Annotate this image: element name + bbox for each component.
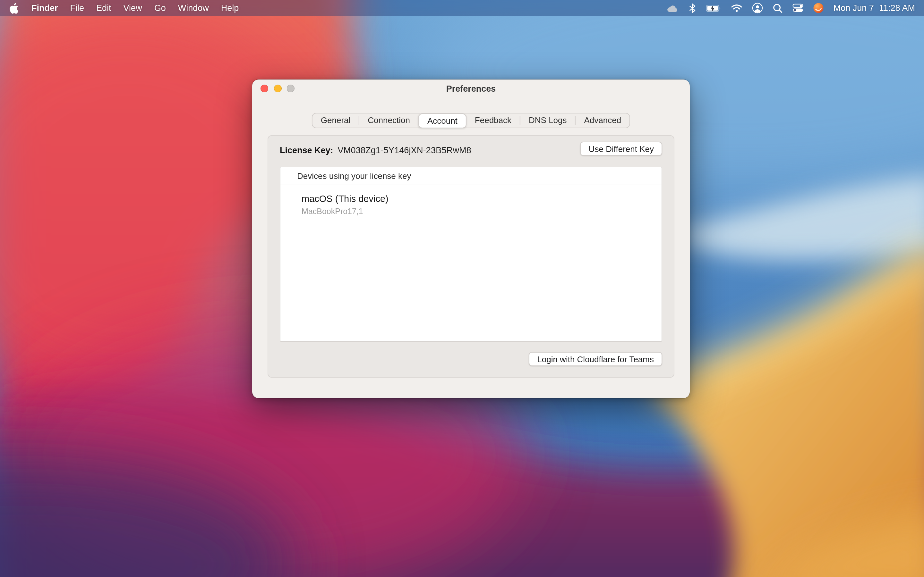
tab-account[interactable]: Account — [418, 113, 467, 128]
menu-item-help[interactable]: Help — [221, 3, 239, 13]
account-panel: License Key: VM038Zg1-5Y146jXN-23B5RwM8 … — [268, 135, 674, 378]
menu-item-file[interactable]: File — [70, 3, 84, 13]
device-name: macOS (This device) — [302, 193, 662, 204]
tab-feedback[interactable]: Feedback — [467, 113, 520, 127]
menu-bar: Finder File Edit View Go Window Help — [0, 0, 924, 16]
devices-list: Devices using your license key macOS (Th… — [280, 167, 662, 342]
menu-item-go[interactable]: Go — [154, 3, 166, 13]
license-key-row: License Key: VM038Zg1-5Y146jXN-23B5RwM8 — [280, 142, 471, 158]
apple-icon[interactable] — [9, 2, 19, 14]
desktop: Finder File Edit View Go Window Help — [0, 0, 924, 577]
tab-connection[interactable]: Connection — [359, 113, 418, 127]
window-title: Preferences — [252, 79, 690, 97]
menu-bar-left: Finder File Edit View Go Window Help — [9, 2, 239, 14]
menu-item-view[interactable]: View — [124, 3, 142, 13]
wifi-icon[interactable] — [731, 4, 742, 12]
login-cloudflare-teams-button[interactable]: Login with Cloudflare for Teams — [529, 352, 662, 366]
cloudflare-warp-icon[interactable] — [813, 3, 824, 13]
license-key-label: License Key: — [280, 145, 333, 155]
control-center-icon[interactable] — [792, 3, 803, 13]
menu-bar-status: Mon Jun 7 11:28 AM — [666, 3, 915, 13]
tab-advanced[interactable]: Advanced — [576, 113, 630, 127]
battery-charging-icon[interactable] — [706, 4, 721, 12]
use-different-key-button[interactable]: Use Different Key — [580, 142, 662, 156]
menu-item-window[interactable]: Window — [178, 3, 209, 13]
menu-time: 11:28 AM — [879, 3, 915, 13]
device-list-item[interactable]: macOS (This device) MacBookPro17,1 — [280, 185, 662, 216]
tab-bar: General Connection Account Feedback DNS … — [312, 113, 630, 128]
device-model: MacBookPro17,1 — [302, 207, 662, 216]
bluetooth-icon[interactable] — [688, 3, 696, 13]
devices-list-header: Devices using your license key — [280, 167, 662, 185]
window-titlebar[interactable]: Preferences — [252, 79, 690, 105]
license-key-value: VM038Zg1-5Y146jXN-23B5RwM8 — [338, 145, 471, 155]
user-account-icon[interactable] — [752, 3, 763, 13]
menu-item-edit[interactable]: Edit — [96, 3, 111, 13]
tab-general[interactable]: General — [312, 113, 359, 127]
menu-date: Mon Jun 7 — [834, 3, 874, 13]
tab-dns-logs[interactable]: DNS Logs — [520, 113, 575, 127]
menu-clock[interactable]: Mon Jun 7 11:28 AM — [834, 3, 915, 13]
preferences-window: Preferences General Connection Account F… — [252, 79, 690, 398]
cloud-icon[interactable] — [666, 3, 679, 13]
spotlight-search-icon[interactable] — [772, 3, 783, 13]
menu-item-finder[interactable]: Finder — [31, 3, 58, 13]
